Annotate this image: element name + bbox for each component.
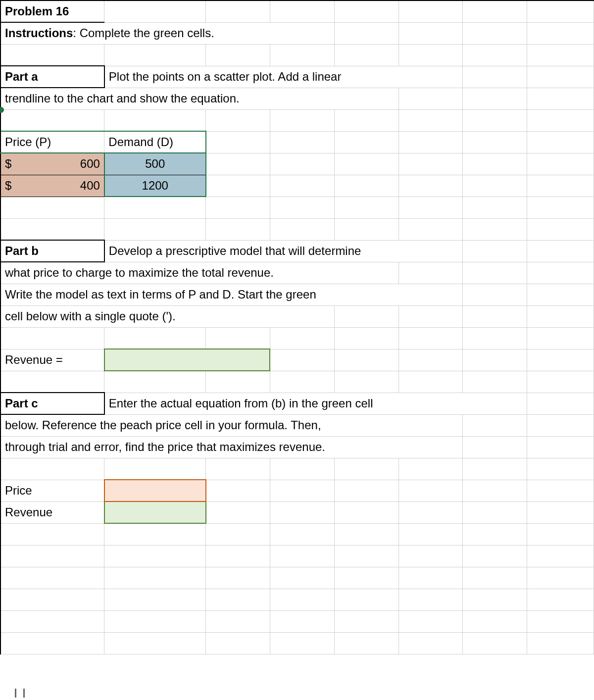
part-b-text3[interactable]: Write the model as text in terms of P an…	[0, 284, 463, 305]
part-b-text1[interactable]: Develop a prescriptive model that will d…	[104, 240, 463, 262]
demand-row2-cell[interactable]: 1200	[104, 175, 206, 197]
sheet-tab-icon[interactable]	[15, 689, 25, 698]
demand-header-cell[interactable]: Demand (D)	[104, 131, 206, 153]
title-cell[interactable]: Problem 16	[0, 0, 104, 22]
part-b-text4[interactable]: cell below with a single quote (').	[0, 305, 334, 327]
part-a-text1[interactable]: Plot the points on a scatter plot. Add a…	[104, 66, 463, 88]
dollar-sign: $	[5, 179, 11, 193]
part-c-label[interactable]: Part c	[0, 393, 104, 414]
price-value-1: 600	[80, 157, 100, 171]
revenue-output-cell[interactable]	[104, 501, 206, 523]
part-c-text2[interactable]: below. Reference the peach price cell in…	[0, 414, 463, 436]
part-a-label[interactable]: Part a	[0, 66, 104, 88]
price-input-cell[interactable]	[104, 480, 206, 501]
part-b-label[interactable]: Part b	[0, 240, 104, 262]
revenue-model-input[interactable]	[104, 349, 270, 371]
revenue-equals-label[interactable]: Revenue =	[0, 349, 104, 371]
price-label[interactable]: Price	[0, 480, 104, 501]
price-row2-cell[interactable]: $ 400	[0, 175, 104, 197]
instructions-row[interactable]: Instructions: Complete the green cells.	[0, 22, 334, 44]
dollar-sign: $	[5, 157, 11, 171]
part-c-text1[interactable]: Enter the actual equation from (b) in th…	[104, 393, 527, 414]
price-row1-cell[interactable]: $ 600	[0, 153, 104, 175]
part-c-text3[interactable]: through trial and error, find the price …	[0, 436, 463, 458]
part-a-text2[interactable]: trendline to the chart and show the equa…	[0, 88, 398, 109]
part-b-text2[interactable]: what price to charge to maximize the tot…	[0, 262, 398, 284]
price-value-2: 400	[80, 179, 100, 193]
spreadsheet-grid[interactable]: Problem 16 Instructions: Complete the gr…	[0, 0, 594, 654]
demand-row1-cell[interactable]: 500	[104, 153, 206, 175]
instructions-text: : Complete the green cells.	[73, 26, 214, 40]
price-header-cell[interactable]: Price (P)	[0, 131, 104, 153]
instructions-label: Instructions	[5, 26, 73, 40]
revenue-label[interactable]: Revenue	[0, 501, 104, 523]
